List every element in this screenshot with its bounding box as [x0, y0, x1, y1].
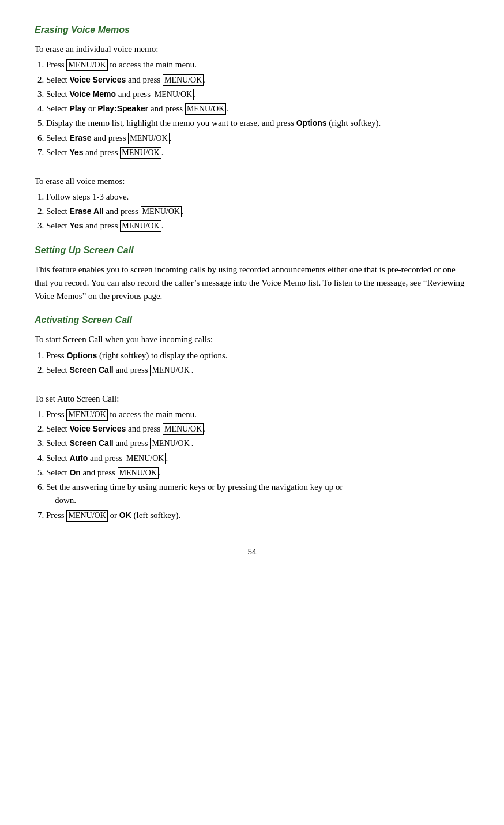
bold-voice-services: Voice Services	[69, 75, 126, 84]
list-item: Press MENU/OK to access the main menu.	[46, 408, 469, 421]
list-item: Set the answering time by using numeric …	[46, 481, 469, 508]
kbd-menuok: MENU/OK	[66, 409, 107, 421]
kbd-menuok: MENU/OK	[125, 453, 166, 464]
intro-incoming: To start Screen Call when you have incom…	[35, 333, 469, 346]
kbd-menuok: MENU/OK	[153, 89, 194, 100]
list-item: Select Voice Services and press MENU/OK.	[46, 422, 469, 436]
list-item: Display the memo list, highlight the mem…	[46, 117, 469, 130]
heading-setting-up-screen-call: Setting Up Screen Call	[35, 243, 469, 257]
steps-auto: Press MENU/OK to access the main menu. S…	[46, 408, 469, 522]
kbd-menuok: MENU/OK	[163, 423, 204, 435]
bold-screen-call: Screen Call	[69, 365, 113, 374]
kbd-menuok: MENU/OK	[163, 74, 204, 86]
bold-voice-memo: Voice Memo	[69, 89, 116, 99]
bold-options: Options	[296, 118, 327, 127]
list-item: Select Voice Memo and press MENU/OK.	[46, 88, 469, 101]
steps-all: Follow steps 1-3 above. Select Erase All…	[46, 190, 469, 233]
kbd-menuok: MENU/OK	[118, 467, 159, 479]
bold-screen-call-2: Screen Call	[69, 438, 113, 448]
steps-individual: Press MENU/OK to access the main menu. S…	[46, 58, 469, 159]
section-erasing-voice-memos: Erasing Voice Memos To erase an individu…	[35, 23, 469, 233]
list-item: Select Screen Call and press MENU/OK.	[46, 363, 469, 377]
list-item: Select Yes and press MENU/OK.	[46, 146, 469, 159]
list-item: Select Yes and press MENU/OK.	[46, 219, 469, 232]
bold-yes: Yes	[69, 148, 83, 157]
section-setting-up-screen-call: Setting Up Screen Call This feature enab…	[35, 243, 469, 303]
list-item: Follow steps 1-3 above.	[46, 190, 469, 204]
bold-ok: OK	[119, 511, 131, 520]
kbd-menuok: MENU/OK	[150, 365, 191, 376]
intro-individual: To erase an individual voice memo:	[35, 43, 469, 56]
section-activating-screen-call: Activating Screen Call To start Screen C…	[35, 313, 469, 522]
kbd-menuok: MENU/OK	[185, 103, 226, 115]
list-item: Press MENU/OK to access the main menu.	[46, 58, 469, 72]
list-item: Select Play or Play:Speaker and press ME…	[46, 102, 469, 115]
kbd-menuok: MENU/OK	[120, 147, 161, 159]
kbd-menuok: MENU/OK	[66, 59, 107, 71]
page-number: 54	[35, 545, 469, 558]
body-setting-up-screen-call: This feature enables you to screen incom…	[35, 263, 469, 303]
bold-auto: Auto	[69, 453, 88, 463]
bold-play-speaker: Play:Speaker	[97, 104, 148, 113]
bold-options-2: Options	[66, 351, 97, 360]
list-item: Select Erase and press MENU/OK.	[46, 132, 469, 145]
bold-erase-all: Erase All	[69, 207, 103, 216]
kbd-menuok: MENU/OK	[66, 510, 107, 522]
intro-auto: To set Auto Screen Call:	[35, 392, 469, 406]
list-item: Select Voice Services and press MENU/OK.	[46, 73, 469, 87]
list-item: Select Erase All and press MENU/OK.	[46, 205, 469, 218]
kbd-menuok: MENU/OK	[120, 220, 161, 232]
list-item: Select Screen Call and press MENU/OK.	[46, 437, 469, 450]
bold-erase: Erase	[69, 133, 91, 142]
steps-incoming: Press Options (right softkey) to display…	[46, 349, 469, 377]
list-item: Select Auto and press MENU/OK.	[46, 452, 469, 465]
kbd-menuok: MENU/OK	[128, 133, 169, 144]
kbd-menuok: MENU/OK	[141, 206, 182, 217]
bold-on: On	[69, 468, 80, 477]
intro-all: To erase all voice memos:	[35, 175, 469, 188]
list-item: Press Options (right softkey) to display…	[46, 349, 469, 362]
list-item: Select On and press MENU/OK.	[46, 466, 469, 479]
heading-activating-screen-call: Activating Screen Call	[35, 313, 469, 327]
heading-erasing-voice-memos: Erasing Voice Memos	[35, 23, 469, 37]
bold-voice-services-2: Voice Services	[69, 424, 126, 433]
list-item: Press MENU/OK or OK (left softkey).	[46, 509, 469, 522]
kbd-menuok: MENU/OK	[150, 438, 191, 449]
bold-play: Play	[69, 104, 86, 113]
bold-yes-2: Yes	[69, 221, 83, 230]
